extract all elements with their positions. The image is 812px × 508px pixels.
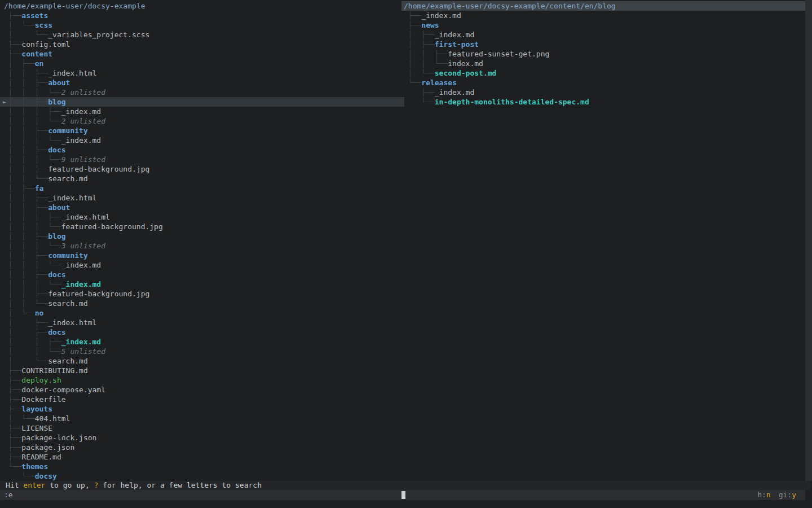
tree-row[interactable]: │ └──404.html xyxy=(0,414,404,423)
file-name: package-lock.json xyxy=(21,433,96,442)
tree-row[interactable]: └──docsy xyxy=(0,471,404,481)
tree-row[interactable]: │ │ ├──_index.html xyxy=(0,68,404,78)
tree-row[interactable]: ├──Dockerfile xyxy=(0,395,404,404)
tree-row[interactable]: │ │ │ └──2 unlisted xyxy=(0,116,404,126)
input-bar: :e h:ngi:y xyxy=(0,490,805,500)
tree-guide: │ │ ├── xyxy=(4,146,48,154)
tree-row[interactable]: │ ├──first-post xyxy=(401,40,805,49)
tree-row[interactable]: │ │ ├──featured-background.jpg xyxy=(0,164,404,174)
file-name: featured-background.jpg xyxy=(48,290,149,298)
tree-row[interactable]: ├──layouts xyxy=(0,404,404,414)
tree-row[interactable]: ├──README.md xyxy=(0,452,404,462)
tree-row[interactable]: │ └──_variables_project.scss xyxy=(0,30,404,40)
tree-row[interactable]: ├──package.json xyxy=(0,443,404,452)
tree-guide: │ │ │ ├── xyxy=(4,107,61,116)
tree-guide: ├── xyxy=(4,443,21,452)
tree-row[interactable]: ├──_index.md xyxy=(401,11,805,20)
right-panel-scrollbar[interactable] xyxy=(805,0,812,481)
tree-row[interactable]: │ ├──fa xyxy=(0,183,404,193)
tree-guide: │ └── xyxy=(4,414,35,423)
tree-row[interactable]: ├──news xyxy=(401,20,805,30)
tree-row[interactable]: │ │ │ └──9 unlisted xyxy=(0,155,404,164)
status-text: for help, or a few letters to search xyxy=(98,481,262,489)
tree-row[interactable]: │ │ │ └──_index.md xyxy=(0,260,404,270)
status-text: Hit xyxy=(6,481,23,489)
tree-row[interactable]: ├──content xyxy=(0,49,404,59)
tree-row[interactable]: ├──assets xyxy=(0,11,404,20)
command-input[interactable]: :e xyxy=(4,490,13,500)
tree-row[interactable]: │ │ │ ├──_index.html xyxy=(0,212,404,222)
tree-row[interactable]: │ │ │ └──_index.md xyxy=(0,135,404,145)
file-name: 2 unlisted xyxy=(61,88,105,97)
tree-row[interactable]: │ │ │ ├──_index.md xyxy=(0,107,404,116)
tree-row[interactable]: │ │ ├──community xyxy=(0,126,404,135)
selection-arrow-icon: ► xyxy=(3,97,6,107)
tree-row[interactable]: ├──CONTRIBUTING.md xyxy=(0,366,404,375)
tree-row[interactable]: │ ├──_index.html xyxy=(0,318,404,327)
tree-row[interactable]: │ └──second-post.md xyxy=(401,68,805,78)
tree-guide: │ │ ├── xyxy=(4,126,48,135)
tree-guide: │ ├── xyxy=(4,59,35,68)
tree-row[interactable]: │ │ │ └──2 unlisted xyxy=(0,87,404,97)
tree-row[interactable]: ├──config.toml xyxy=(0,40,404,49)
tree-row[interactable]: │ │ │ └──_index.md xyxy=(0,279,404,289)
tree-guide: │ │ ├── xyxy=(4,78,48,87)
tree-guide: │ │ └── xyxy=(4,174,48,183)
tree-row[interactable]: │ │ ├──community xyxy=(0,251,404,260)
tree-guide: │ │ │ ├── xyxy=(4,213,61,221)
left-tree: ├──assets │ └──scss │ └──_variables_proj… xyxy=(0,11,404,481)
tree-guide: ├── xyxy=(404,88,435,97)
tree-row[interactable]: │ │ ├──featured-sunset-get.png xyxy=(401,49,805,59)
tree-row[interactable]: │ │ ├──_index.md xyxy=(0,337,404,347)
tree-row[interactable]: │ │ │ └──featured-background.jpg xyxy=(0,222,404,231)
tree-row[interactable]: ├──deploy.sh xyxy=(0,375,404,385)
tree-row[interactable]: ├──package-lock.json xyxy=(0,433,404,443)
tree-row[interactable]: ├──docker-compose.yaml xyxy=(0,385,404,395)
tree-row[interactable]: │ │ ├──featured-background.jpg xyxy=(0,289,404,299)
tree-row[interactable]: │ │ └──5 unlisted xyxy=(0,347,404,356)
tree-row[interactable]: │ │ ├──docs xyxy=(0,145,404,155)
tree-row[interactable]: └──releases xyxy=(401,78,805,87)
right-panel-root-path[interactable]: /home/example-user/docsy-example/content… xyxy=(401,1,805,11)
dir-name: blog xyxy=(48,98,65,106)
tree-row[interactable]: └──themes xyxy=(0,462,404,471)
tree-guide: ├── xyxy=(404,21,421,29)
tree-guide: ├── xyxy=(4,386,21,394)
dir-name: themes xyxy=(21,462,48,471)
tree-row[interactable]: │ └──no xyxy=(0,308,404,318)
tree-guide: │ │ │ └── xyxy=(4,136,61,144)
tree-guide: │ │ ├── xyxy=(4,194,48,202)
file-name: _index.md xyxy=(435,88,474,97)
file-name: package.json xyxy=(21,443,74,452)
tree-row[interactable]: │ └──search.md xyxy=(0,356,404,366)
tree-row[interactable]: │ │ │ └──3 unlisted xyxy=(0,241,404,251)
tree-row[interactable]: │ │ └──search.md xyxy=(0,174,404,183)
tree-row[interactable]: │ │ ├──about xyxy=(0,203,404,212)
left-panel-root-path[interactable]: /home/example-user/docsy-example xyxy=(0,1,404,11)
tree-row[interactable]: │ │ ├──docs xyxy=(0,270,404,279)
tree-guide: │ │ ├── xyxy=(4,232,48,240)
tree-row[interactable]: │ └──scss xyxy=(0,20,404,30)
file-name: _index.html xyxy=(48,69,96,77)
tree-row[interactable]: ► │ │ ├──blog xyxy=(0,97,404,107)
flag-value: n xyxy=(766,491,771,499)
tree-row[interactable]: │ ├──docs xyxy=(0,327,404,337)
tree-row[interactable]: ├──LICENSE xyxy=(0,423,404,433)
tree-row[interactable]: ├──_index.md xyxy=(401,87,805,97)
tree-row[interactable]: │ ├──_index.md xyxy=(401,30,805,40)
right-tree: ├──_index.md ├──news │ ├──_index.md │ ├─… xyxy=(401,11,805,107)
tree-guide: │ └── xyxy=(4,357,48,365)
tree-guide: │ │ │ └── xyxy=(4,242,61,250)
tree-row[interactable]: └──in-depth-monoliths-detailed-spec.md xyxy=(401,97,805,107)
tree-row[interactable]: │ ├──en xyxy=(0,59,404,68)
dir-name: docs xyxy=(48,146,65,154)
tree-row[interactable]: │ │ ├──_index.html xyxy=(0,193,404,203)
file-name: Dockerfile xyxy=(21,395,65,404)
tree-row[interactable]: │ │ ├──about xyxy=(0,78,404,87)
tree-row[interactable]: │ │ └──search.md xyxy=(0,299,404,308)
flag-value: y xyxy=(792,491,796,499)
tree-guide: │ │ ├── xyxy=(4,203,48,212)
tree-row[interactable]: │ │ ├──blog xyxy=(0,231,404,241)
tree-guide: ├── xyxy=(4,433,21,442)
tree-row[interactable]: │ │ └──index.md xyxy=(401,59,805,68)
